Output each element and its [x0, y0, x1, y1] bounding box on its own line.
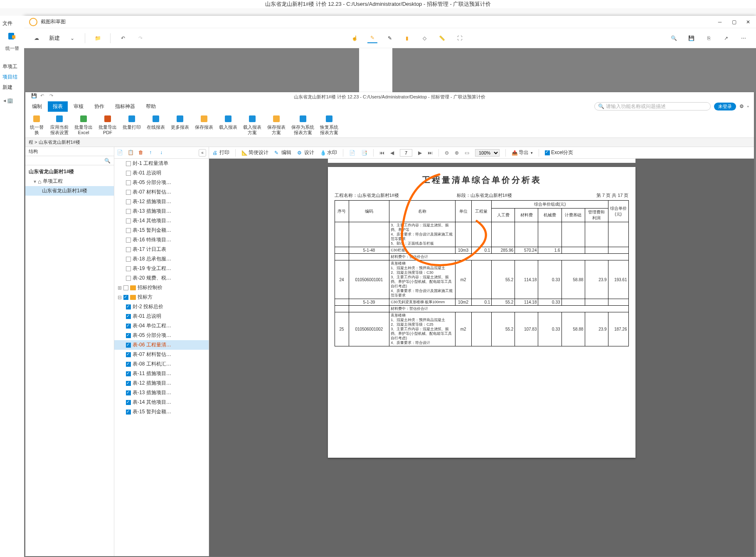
print-button[interactable]: 🖨打印 [212, 149, 229, 156]
page-setup-icon[interactable]: 📄 [349, 150, 355, 156]
next-page-icon[interactable]: ▶ [418, 150, 422, 156]
zoom-select[interactable]: 100% [475, 149, 500, 157]
tree-node-single[interactable]: ▾单项工程 [25, 177, 114, 186]
single-proj[interactable]: 单项工 [0, 61, 24, 72]
ribbon-item-3[interactable]: 批量导出PDF [96, 113, 119, 136]
file-menu[interactable]: 文件 [0, 18, 24, 29]
report-tree-item[interactable]: 表-08 工料机汇… [114, 359, 209, 369]
new[interactable]: 新建 [0, 82, 24, 93]
ribbon-item-4[interactable]: 批量打印 [120, 113, 143, 131]
report-tree-item[interactable]: 封-2 投标总价 [114, 302, 209, 312]
rt-add-icon[interactable]: 📄 [117, 150, 123, 156]
report-tree-item[interactable]: 表-19 专业工程… [114, 264, 209, 273]
last-page-icon[interactable]: ⏭ [428, 150, 433, 156]
fit-width-icon[interactable]: ▭ [465, 150, 469, 156]
design-button[interactable]: ⚙设计 [297, 149, 314, 156]
first-page-icon[interactable]: ⏮ [379, 150, 384, 156]
close-button[interactable]: ✕ [745, 19, 751, 25]
qat-undo-icon[interactable]: ↶ [40, 93, 47, 100]
ribbon-item-12[interactable]: 恢复系统报表方案 [318, 113, 341, 136]
rt-down-icon[interactable]: ↓ [160, 150, 167, 156]
zoom-out-icon[interactable]: ⊖ [445, 150, 449, 156]
report-tree-item[interactable]: 表-14 其他项目… [114, 398, 209, 407]
ribbon-item-6[interactable]: 更多报表 [168, 113, 192, 131]
excel-paging-checkbox[interactable]: Excel分页 [545, 149, 573, 156]
ruler-icon[interactable]: 📏 [437, 33, 447, 43]
breadcrumb[interactable]: 程 > 山东省龙山新村1#楼 [25, 138, 754, 147]
report-tree-item[interactable]: 表-01 总说明 [114, 312, 209, 321]
export-button[interactable]: 📤导出▾ [512, 149, 533, 156]
tree-search-input[interactable] [29, 158, 104, 163]
report-tree-item[interactable]: 表-20 规费、税… [114, 273, 209, 283]
pen-orange-icon[interactable]: ✎ [367, 33, 377, 43]
ribbon-item-9[interactable]: 载入报表方案 [241, 113, 264, 136]
highlighter-icon[interactable]: ▮ [402, 33, 412, 43]
crop-icon[interactable]: ⛶ [455, 33, 465, 43]
report-tree-item[interactable]: 表-17 计日工表 [114, 245, 209, 254]
cloud-icon[interactable]: ☁ [32, 33, 42, 43]
preview-area[interactable]: 工程量清单综合单价分析表 工程名称：山东省龙山新村1#楼 标段：山东省龙山新村1… [209, 159, 754, 556]
menu-index[interactable]: 指标神器 [110, 101, 140, 112]
ribbon-item-8[interactable]: 载入报表 [217, 113, 240, 131]
rt-delete-icon[interactable]: 🗑 [138, 150, 145, 156]
menu-compile[interactable]: 编制 [27, 101, 47, 112]
new-dropdown-icon[interactable]: ⌄ [67, 33, 77, 43]
tree-search-icon[interactable]: 🔍 [104, 158, 111, 164]
menu-review[interactable]: 审核 [69, 101, 89, 112]
menu-report[interactable]: 报表 [48, 101, 68, 112]
minimize-button[interactable]: ─ [717, 19, 723, 25]
ribbon-item-1[interactable]: 应用当前报表设置 [48, 113, 71, 136]
ribbon-item-0[interactable]: 统一替换 [26, 113, 47, 136]
report-tree-item[interactable]: 表-15 暂列金额… [114, 407, 209, 417]
expand-tree-icon[interactable]: ◂ 🏢 [0, 98, 24, 103]
prev-page-icon[interactable]: ◀ [390, 150, 394, 156]
login-button[interactable]: 未登录 [714, 103, 736, 110]
report-tree-item[interactable]: 表-13 措施项目… [114, 388, 209, 398]
report-tree-item[interactable]: 表-14 其他项目… [114, 216, 209, 226]
report-tree-item[interactable]: 表-11 措施项目… [114, 369, 209, 378]
new-snip-button[interactable]: 新建 [49, 34, 60, 42]
ribbon-item-5[interactable]: 在线报表 [144, 113, 167, 131]
menu-help[interactable]: 帮助 [141, 101, 161, 112]
qat-save-icon[interactable]: 💾 [31, 93, 38, 100]
more-icon[interactable]: ⋯ [739, 33, 749, 43]
watermark-button[interactable]: 💧水印 [320, 149, 337, 156]
ribbon-item-2[interactable]: 批量导出Excel [72, 113, 95, 136]
save-icon[interactable]: 💾 [686, 33, 696, 43]
maximize-button[interactable]: ▢ [731, 19, 737, 25]
qat-redo-icon[interactable]: ↷ [49, 93, 56, 100]
unify-replace-icon[interactable] [5, 29, 19, 43]
report-tree-item[interactable]: 表-06 工程量清… [114, 340, 209, 350]
search-input[interactable]: 🔍请输入功能名称或问题描述 [594, 102, 711, 110]
rt-up-icon[interactable]: ↑ [149, 150, 156, 156]
edit-button[interactable]: ✎编辑 [274, 149, 291, 156]
redo-icon[interactable]: ↷ [135, 33, 145, 43]
settings-icon[interactable]: ⚙ [739, 103, 744, 109]
tree-node-leaf[interactable]: 山东省龙山新村1#楼 [25, 186, 114, 196]
tree-tab-structure[interactable]: 结构 [29, 148, 38, 155]
pen-black-icon[interactable]: ✎ [385, 33, 395, 43]
project[interactable]: 项目结 [0, 72, 24, 82]
report-tree-item[interactable]: 封-1 工程量清单 [114, 159, 209, 168]
report-tree-item[interactable]: 表-05 分部分项… [114, 178, 209, 187]
ribbon-item-11[interactable]: 保存为系统报表方案 [289, 113, 317, 136]
eraser-icon[interactable]: ◇ [420, 33, 430, 43]
undo-icon[interactable]: ↶ [118, 33, 128, 43]
menu-collab[interactable]: 协作 [89, 101, 109, 112]
rt-copy-icon[interactable]: 📋 [128, 150, 134, 156]
page-number-input[interactable] [400, 149, 412, 157]
touch-icon[interactable]: ☝ [350, 33, 360, 43]
report-tree-item[interactable]: 表-07 材料暂估… [114, 187, 209, 197]
orientation-icon[interactable]: 📑 [361, 150, 367, 156]
report-tree-item[interactable]: 表-12 措施项目… [114, 197, 209, 206]
report-tree-item[interactable]: 表-01 总说明 [114, 168, 209, 178]
copy-icon[interactable]: ⎘ [704, 33, 714, 43]
report-tree-item[interactable]: 表-13 措施项目… [114, 206, 209, 216]
report-tree-item[interactable]: 表-15 暂列金额… [114, 226, 209, 235]
simple-design-button[interactable]: 📐简便设计 [241, 149, 268, 156]
report-tree-item[interactable]: 表-05 分部分项… [114, 331, 209, 340]
report-tree-item[interactable]: 表-16 特殊项目… [114, 235, 209, 245]
zoom-in-icon[interactable]: ⊕ [455, 150, 459, 156]
tree-root[interactable]: 山东省龙山新村1#楼 [25, 167, 114, 177]
report-tree-item[interactable]: ⊟投标方 [114, 292, 209, 302]
